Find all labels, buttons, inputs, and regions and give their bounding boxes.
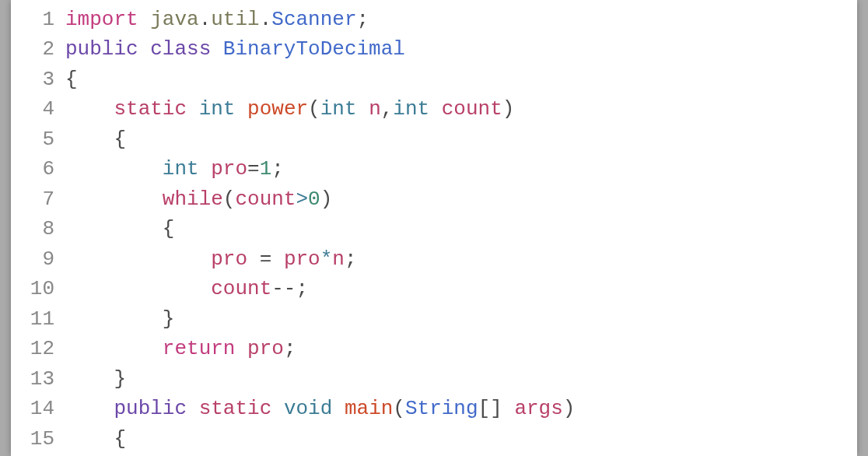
code-line: 8 { bbox=[20, 214, 857, 244]
code-token: { bbox=[65, 128, 126, 151]
line-number: 15 bbox=[20, 424, 65, 454]
code-token: n bbox=[332, 247, 345, 271]
code-content: } bbox=[65, 364, 126, 394]
code-token: ; bbox=[271, 157, 284, 181]
code-token bbox=[271, 397, 284, 420]
code-content: { bbox=[65, 214, 174, 244]
line-number: 5 bbox=[20, 125, 65, 154]
code-line: 2public class BinaryToDecimal bbox=[20, 34, 857, 64]
code-editor: 1import java.util.Scanner;2public class … bbox=[11, 0, 857, 456]
code-token: } bbox=[65, 367, 126, 391]
code-token: ) bbox=[502, 97, 515, 121]
code-content: count--; bbox=[65, 274, 308, 303]
code-token bbox=[65, 337, 163, 360]
code-token: String bbox=[405, 397, 478, 420]
code-line: 6 int pro=1; bbox=[20, 154, 857, 184]
code-token: . bbox=[199, 8, 212, 31]
code-content: public class BinaryToDecimal bbox=[65, 34, 405, 64]
code-token: ( bbox=[223, 188, 236, 211]
code-token: count bbox=[442, 97, 502, 121]
code-token bbox=[65, 157, 163, 181]
code-line: 7 while(count>0) bbox=[20, 184, 857, 214]
code-token: ; bbox=[357, 8, 369, 31]
code-token: pro bbox=[211, 157, 247, 181]
code-token: util bbox=[211, 8, 259, 31]
code-token: while bbox=[163, 188, 223, 211]
code-content: { bbox=[65, 424, 126, 454]
code-token: [] bbox=[478, 397, 502, 420]
code-line: 13 } bbox=[20, 364, 857, 394]
code-content: import java.util.Scanner; bbox=[65, 5, 369, 34]
code-line: 5 { bbox=[20, 125, 857, 154]
code-line: 9 pro = pro*n; bbox=[20, 244, 857, 274]
code-token bbox=[235, 97, 247, 121]
code-token: = bbox=[260, 247, 272, 271]
code-token: > bbox=[296, 188, 308, 211]
code-token: int bbox=[393, 97, 429, 121]
code-token: -- bbox=[271, 277, 296, 300]
code-token: public bbox=[65, 37, 138, 61]
line-number: 12 bbox=[20, 334, 65, 363]
code-line: 1import java.util.Scanner; bbox=[20, 5, 857, 34]
code-token: int bbox=[199, 97, 236, 121]
code-token: ; bbox=[284, 337, 296, 360]
code-token bbox=[332, 397, 345, 420]
line-number: 3 bbox=[20, 65, 65, 94]
code-token: ( bbox=[308, 97, 320, 121]
code-token: Scanner bbox=[271, 8, 356, 31]
code-token bbox=[138, 37, 151, 61]
code-content: int pro=1; bbox=[65, 154, 284, 184]
code-token bbox=[247, 247, 260, 271]
code-token: } bbox=[65, 307, 174, 331]
code-token: ( bbox=[393, 397, 405, 420]
code-token: void bbox=[284, 397, 332, 420]
code-token: = bbox=[247, 157, 260, 181]
code-token: count bbox=[235, 188, 296, 211]
code-token bbox=[65, 397, 114, 420]
line-number: 14 bbox=[20, 394, 65, 423]
code-token bbox=[235, 337, 247, 360]
line-number: 10 bbox=[20, 274, 65, 303]
code-content: { bbox=[65, 65, 78, 94]
code-token bbox=[211, 37, 223, 61]
code-content: while(count>0) bbox=[65, 184, 332, 214]
code-content: } bbox=[65, 304, 174, 334]
code-token: pro bbox=[211, 247, 247, 271]
code-token: java bbox=[150, 8, 198, 31]
line-number: 7 bbox=[20, 184, 65, 214]
code-content: static int power(int n,int count) bbox=[65, 94, 514, 124]
code-line: 15 { bbox=[20, 424, 857, 454]
code-token: main bbox=[345, 397, 393, 420]
code-token: ; bbox=[296, 277, 308, 300]
code-token: n bbox=[369, 97, 381, 121]
code-line: 3{ bbox=[20, 65, 857, 94]
code-token: { bbox=[65, 427, 126, 451]
code-token bbox=[187, 97, 199, 121]
code-content: return pro; bbox=[65, 334, 296, 363]
code-token: { bbox=[65, 217, 174, 240]
code-token bbox=[187, 397, 199, 420]
code-content: { bbox=[65, 125, 126, 154]
code-token: * bbox=[320, 247, 333, 271]
code-token: class bbox=[150, 37, 211, 61]
line-number: 9 bbox=[20, 244, 65, 274]
code-token: int bbox=[320, 97, 357, 121]
code-token: { bbox=[65, 68, 78, 91]
code-token bbox=[65, 188, 163, 211]
line-number: 11 bbox=[20, 304, 65, 334]
code-line: 4 static int power(int n,int count) bbox=[20, 94, 857, 124]
line-number: 2 bbox=[20, 34, 65, 64]
code-token bbox=[65, 247, 211, 271]
code-token: pro bbox=[284, 247, 320, 271]
code-token bbox=[429, 97, 442, 121]
code-block: 1import java.util.Scanner;2public class … bbox=[20, 5, 857, 454]
code-token: int bbox=[163, 157, 199, 181]
line-number: 8 bbox=[20, 214, 65, 244]
code-token bbox=[357, 97, 369, 121]
code-token: 0 bbox=[308, 188, 320, 211]
code-line: 11 } bbox=[20, 304, 857, 334]
code-token bbox=[138, 8, 151, 31]
code-token: import bbox=[65, 8, 138, 31]
code-line: 12 return pro; bbox=[20, 334, 857, 363]
code-token bbox=[199, 157, 212, 181]
